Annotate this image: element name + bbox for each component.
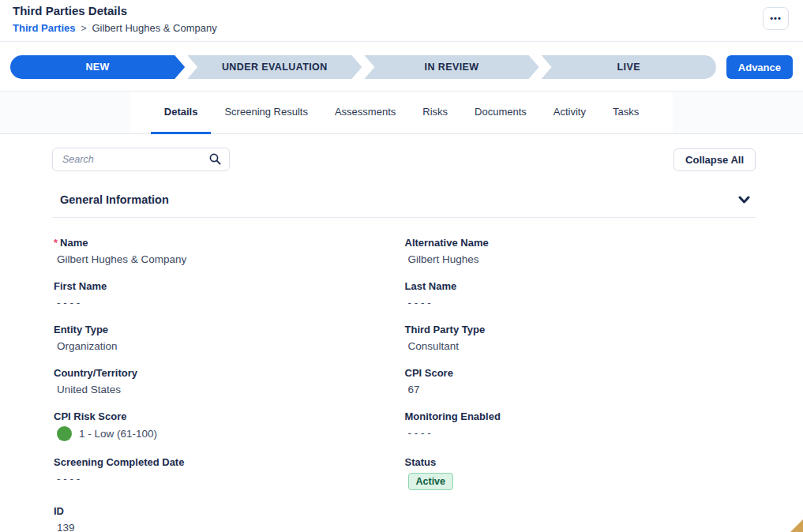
field-label: Monitoring Enabled <box>405 410 756 422</box>
field-label: Country/Territory <box>54 367 405 379</box>
field-label: ID <box>54 505 405 517</box>
field-value: - - - - <box>54 297 405 309</box>
field-label: CPI Score <box>405 367 756 379</box>
collapse-all-button[interactable]: Collapse All <box>674 148 756 171</box>
ellipsis-icon: ••• <box>770 14 782 23</box>
stage-progress-row: NEW UNDER EVALUATION IN REVIEW LIVE Adva… <box>0 42 803 92</box>
stage-new[interactable]: NEW <box>10 55 185 79</box>
tab-activity[interactable]: Activity <box>540 92 599 134</box>
search-box <box>52 148 230 171</box>
field-screening-completed-date: Screening Completed Date - - - - <box>54 456 405 490</box>
stage-progress-bar: NEW UNDER EVALUATION IN REVIEW LIVE <box>10 55 716 79</box>
required-asterisk: * <box>54 237 58 249</box>
details-toolbar: Collapse All <box>52 148 756 171</box>
field-label: CPI Risk Score <box>54 410 405 422</box>
breadcrumb-separator: > <box>81 23 86 34</box>
field-label: First Name <box>54 280 405 292</box>
section-general-information[interactable]: General Information <box>52 193 756 218</box>
field-value: 1 - Low (61-100) <box>79 428 157 440</box>
search-input[interactable] <box>52 148 230 171</box>
field-name: *Name Gilbert Hughes & Company <box>54 237 405 265</box>
field-value: - - - - <box>405 297 756 309</box>
field-value: Organization <box>54 340 405 352</box>
field-label: Last Name <box>405 280 756 292</box>
field-first-name: First Name - - - - <box>54 280 405 309</box>
field-value: United States <box>54 384 405 395</box>
status-badge: Active <box>408 473 454 490</box>
tab-tasks[interactable]: Tasks <box>599 92 652 134</box>
field-label: Entity Type <box>54 324 405 335</box>
field-label: Screening Completed Date <box>54 456 405 468</box>
field-id: ID 139 <box>54 505 405 532</box>
advance-button[interactable]: Advance <box>726 55 793 79</box>
field-monitoring-enabled: Monitoring Enabled - - - - <box>405 410 756 441</box>
field-label: Status <box>405 456 756 468</box>
tab-documents[interactable]: Documents <box>461 92 540 134</box>
field-value: - - - - <box>405 427 756 439</box>
field-cpi-risk-score: CPI Risk Score 1 - Low (61-100) <box>54 410 405 441</box>
field-label: Alternative Name <box>405 237 756 249</box>
field-third-party-type: Third Party Type Consultant <box>405 324 756 352</box>
stage-under-evaluation[interactable]: UNDER EVALUATION <box>187 55 362 79</box>
field-value: 139 <box>54 522 405 532</box>
page-header: Third Parties Details Third Parties > Gi… <box>0 0 803 42</box>
corner-resize-ornament <box>790 519 803 532</box>
tab-assessments[interactable]: Assessments <box>321 92 409 134</box>
field-value: 67 <box>405 384 756 395</box>
tab-list: Details Screening Results Assessments Ri… <box>130 92 673 133</box>
section-title: General Information <box>60 193 169 206</box>
chevron-down-icon[interactable] <box>737 194 751 205</box>
stage-in-review[interactable]: IN REVIEW <box>364 55 538 79</box>
field-label: *Name <box>54 237 405 249</box>
tab-details[interactable]: Details <box>151 92 212 134</box>
field-last-name: Last Name - - - - <box>405 280 756 309</box>
risk-indicator-row: 1 - Low (61-100) <box>54 426 405 441</box>
breadcrumb-current: Gilbert Hughes & Company <box>92 22 216 34</box>
stage-live[interactable]: LIVE <box>542 55 716 79</box>
field-cpi-score: CPI Score 67 <box>405 367 756 395</box>
tab-screening-results[interactable]: Screening Results <box>211 92 321 134</box>
field-status: Status Active <box>405 456 756 490</box>
field-alternative-name: Alternative Name Gilbert Hughes <box>405 237 756 265</box>
tab-risks[interactable]: Risks <box>409 92 461 134</box>
page-title: Third Parties Details <box>13 4 790 17</box>
field-entity-type: Entity Type Organization <box>54 324 405 352</box>
more-actions-button[interactable]: ••• <box>763 7 789 30</box>
breadcrumb: Third Parties > Gilbert Hughes & Company <box>13 22 790 34</box>
field-value: - - - - <box>54 473 405 485</box>
field-country-territory: Country/Territory United States <box>54 367 405 395</box>
tab-band: Details Screening Results Assessments Ri… <box>0 92 803 134</box>
breadcrumb-link-third-parties[interactable]: Third Parties <box>13 22 75 34</box>
field-value: Gilbert Hughes <box>405 253 756 265</box>
field-label: Third Party Type <box>405 324 756 335</box>
general-information-fields: *Name Gilbert Hughes & Company Alternati… <box>54 237 756 532</box>
risk-level-dot-icon <box>57 426 72 441</box>
field-value: Consultant <box>405 340 756 352</box>
field-value: Gilbert Hughes & Company <box>54 253 405 265</box>
